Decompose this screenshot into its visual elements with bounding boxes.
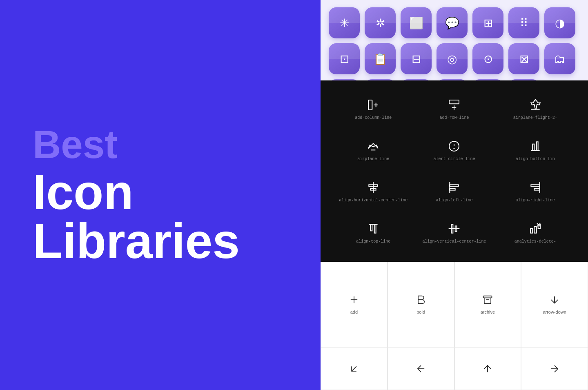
icon-tile-halfcircle[interactable]: ◑ [544, 7, 575, 38]
dark-icon-align-bottom[interactable]: align-bottom-lin [495, 130, 576, 171]
icon-tile-facescan[interactable]: ⊡ [329, 43, 360, 74]
white-icon-arrow-up[interactable] [454, 347, 521, 390]
left-panel: Best Icon Libraries [0, 0, 321, 390]
white-icon-add[interactable]: add [321, 262, 388, 348]
svg-rect-24 [370, 224, 372, 231]
dark-icon-analytics-delete-label: analytics-delete- [514, 239, 556, 244]
dark-icon-align-left-label: align-left-line [436, 198, 472, 203]
icon-tile-target[interactable]: ◎ [437, 43, 468, 74]
dark-icon-align-top[interactable]: align-top-line [333, 212, 414, 254]
dark-icon-airplane-flight2[interactable]: airplane-flight-2- [495, 89, 576, 130]
dark-icon-align-right-label: align-right-line [516, 198, 555, 203]
white-icon-bold-label: bold [416, 310, 425, 314]
hero-text: Best Icon Libraries [33, 125, 240, 265]
icon-tile-bluetooth[interactable]: ✦ [401, 79, 432, 80]
white-icon-arrow-down-label: arrow-down [543, 310, 566, 314]
dark-icon-analytics-delete[interactable]: analytics-delete- [495, 212, 576, 254]
svg-rect-36 [483, 296, 492, 298]
dark-icon-add-column[interactable]: add-column-line [333, 89, 414, 130]
icon-tile-folder[interactable]: 🗂 [544, 43, 575, 74]
dark-icon-align-hcenter-label: align-horizontal-center-line [339, 198, 408, 203]
dark-icon-align-left[interactable]: align-left-line [414, 171, 494, 212]
white-icon-arrow-left[interactable] [388, 347, 454, 390]
dark-icon-align-bottom-label: align-bottom-lin [516, 157, 555, 161]
svg-rect-3 [449, 100, 459, 104]
dark-icon-align-vcenter[interactable]: align-vertical-center-line [414, 212, 494, 254]
white-icon-bold[interactable]: bold [388, 262, 454, 348]
dark-icon-align-top-label: align-top-line [356, 239, 390, 244]
svg-rect-12 [532, 144, 534, 150]
white-icon-arrow-down[interactable]: arrow-down [521, 262, 588, 348]
icon-tile-rounded-sq[interactable]: ⬜ [401, 7, 432, 38]
dark-icon-alert-circle-label: alert-circle-line [433, 157, 475, 161]
purple-icons-section: ✳ ✲ ⬜ 💬 ⊞ ⠿ ◑ ⊡ 📋 ⊟ ◎ ⊙ ⊠ 🗂 ⚡ 👤 ✦ ⊗ 💬 ↺ [321, 0, 588, 80]
dark-icon-add-row[interactable]: add-row-line [414, 89, 494, 130]
white-icons-section-row2 [321, 347, 588, 390]
icon-tile-scan[interactable]: ⊟ [401, 43, 432, 74]
dark-icons-section: add-column-line add-row-line airplane-fl… [321, 80, 588, 262]
dark-icon-add-row-label: add-row-line [439, 116, 469, 120]
icon-tile-chat[interactable]: 💬 [437, 7, 468, 38]
dark-icon-align-hcenter[interactable]: align-horizontal-center-line [333, 171, 414, 212]
white-icon-archive-label: archive [481, 310, 495, 314]
hero-libraries: Libraries [33, 216, 240, 265]
white-icon-add-label: add [350, 310, 358, 314]
icon-tile-adduser[interactable]: 👤 [365, 79, 396, 80]
icon-tile-notes[interactable]: 📋 [365, 43, 396, 74]
svg-rect-0 [368, 100, 372, 110]
icon-tile-grid-small[interactable]: ⠿ [508, 7, 539, 38]
icon-tile-cpu[interactable]: ⊞ [472, 7, 503, 38]
svg-rect-29 [530, 229, 532, 233]
icon-tile-copyright[interactable]: ⊗ [437, 79, 468, 80]
white-icon-arrow-down-left[interactable] [321, 347, 388, 390]
dark-icon-add-column-label: add-column-line [355, 116, 392, 120]
icon-tile-upload[interactable]: ⊙ [472, 43, 503, 74]
svg-rect-18 [450, 185, 459, 186]
white-icon-archive[interactable]: archive [454, 262, 521, 348]
icon-tile-bubble[interactable]: 💬 [472, 79, 503, 80]
icon-tile-refresh[interactable]: ↺ [508, 79, 539, 80]
icon-tile-lightning[interactable]: ⚡ [329, 79, 360, 80]
dark-icon-align-vcenter-label: align-vertical-center-line [422, 239, 486, 244]
dark-icon-airplane-flight2-label: airplane-flight-2- [513, 116, 557, 120]
svg-point-10 [454, 148, 454, 148]
dark-icon-airplane-label: airplane-line [357, 157, 389, 161]
svg-line-39 [352, 366, 356, 371]
icon-tile-star[interactable]: ✳ [329, 7, 360, 38]
svg-rect-13 [536, 142, 538, 150]
hero-icon-word: Icon [33, 167, 240, 216]
hero-best: Best [33, 125, 240, 164]
icon-tile-asterisk[interactable]: ✲ [365, 7, 396, 38]
icon-tile-expand[interactable]: ⊠ [508, 43, 539, 74]
svg-rect-19 [450, 188, 455, 190]
white-icon-arrow-right[interactable] [521, 347, 588, 390]
white-icons-section-row1: add bold archive arrow-down [321, 262, 588, 348]
right-panel: ✳ ✲ ⬜ 💬 ⊞ ⠿ ◑ ⊡ 📋 ⊟ ◎ ⊙ ⊠ 🗂 ⚡ 👤 ✦ ⊗ 💬 ↺ … [321, 0, 588, 390]
svg-rect-25 [374, 224, 376, 233]
svg-rect-21 [531, 185, 539, 186]
svg-rect-30 [534, 226, 536, 233]
svg-rect-22 [534, 188, 539, 190]
dark-icon-alert-circle[interactable]: alert-circle-line [414, 130, 494, 171]
dark-icon-airplane[interactable]: airplane-line [333, 130, 414, 171]
dark-icon-align-right[interactable]: align-right-line [495, 171, 576, 212]
